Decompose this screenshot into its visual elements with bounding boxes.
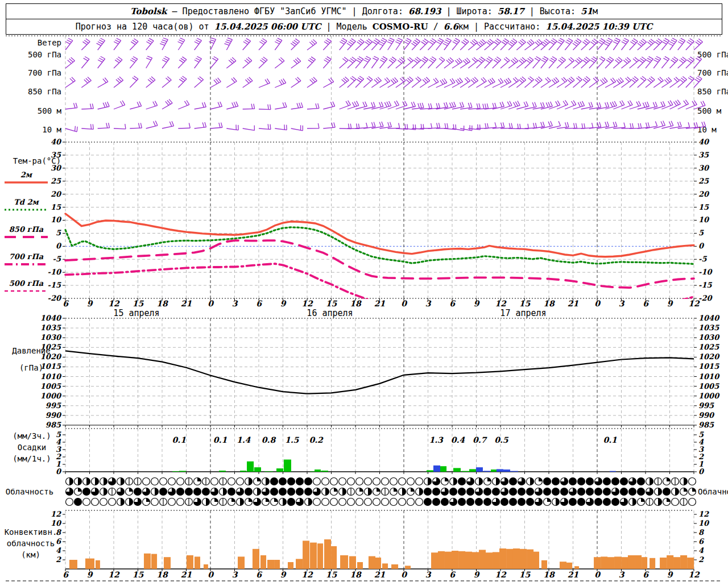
conv-cloud-bar xyxy=(357,562,363,569)
wind-barb-feather xyxy=(392,57,396,60)
temp-curve-t700 xyxy=(65,264,371,301)
wind-barb-feather xyxy=(275,41,279,44)
wind-barb xyxy=(533,102,545,109)
wind-barb-staff xyxy=(549,41,557,50)
wind-barb-feather xyxy=(514,102,516,107)
precip-bar xyxy=(491,469,497,472)
wind-barb xyxy=(604,38,613,50)
wind-barb-staff xyxy=(557,81,567,88)
wind-barb-feather xyxy=(520,124,520,129)
wind-barb xyxy=(581,39,590,50)
pressure-ytick-left: 1010 xyxy=(40,372,62,381)
wind-barb-feather xyxy=(524,102,526,106)
hour-label: 15 xyxy=(133,299,144,308)
wind-barb-feather xyxy=(462,102,464,107)
temp-ytick-right: -5 xyxy=(698,255,707,263)
wind-barb-feather xyxy=(181,78,185,81)
wind-barb-feather xyxy=(613,41,618,44)
wind-barb xyxy=(81,103,93,109)
wind-barb xyxy=(412,77,421,88)
wind-barb-feather xyxy=(180,38,185,40)
wind-barb-feather xyxy=(556,101,559,106)
wind-barb-feather xyxy=(330,102,333,107)
wind-barb-feather xyxy=(232,103,234,107)
cloud-symbol xyxy=(629,488,636,496)
cloud-symbol xyxy=(407,488,415,496)
wind-barb-feather xyxy=(181,59,185,61)
cloud-full xyxy=(305,488,312,496)
cloud-symbol xyxy=(399,498,406,506)
temperature-panel: 40403535303025252020151510105500-5-5-10-… xyxy=(5,138,713,302)
wind-barb-feather xyxy=(380,41,384,44)
wind-barb-feather xyxy=(543,58,547,60)
conv-cloud-bar xyxy=(391,564,398,569)
precip-3h-sum: 1.4 xyxy=(237,435,251,444)
pressure-ytick-left: 1040 xyxy=(40,314,62,322)
wind-barb xyxy=(460,58,470,68)
wind-barb-feather xyxy=(219,123,220,128)
wind-barb-feather xyxy=(478,60,482,63)
cloud-symbol xyxy=(433,478,440,485)
wind-barb-feather xyxy=(243,41,248,44)
cloud-full xyxy=(612,498,619,506)
precip-bar xyxy=(483,471,490,472)
wind-barb-staff xyxy=(291,107,303,109)
wind-barb xyxy=(557,122,569,128)
wind-barb-feather xyxy=(485,123,486,128)
wind-barb-staff xyxy=(508,41,517,50)
temp-ytick-right: -10 xyxy=(698,268,713,276)
wind-barb xyxy=(500,39,509,50)
meteogram-chart: Ветер500 гПа500 гПа700 гПа700 гПа850 гПа… xyxy=(0,0,728,582)
wind-barb xyxy=(98,102,109,109)
wind-barb-staff xyxy=(98,82,108,88)
wind-barb-feather xyxy=(316,103,317,109)
wind-barb xyxy=(661,77,672,88)
cloud-full xyxy=(271,478,278,485)
wind-barb xyxy=(638,76,646,88)
wind-barb-feather xyxy=(254,104,255,109)
cloud-symbol xyxy=(569,498,577,506)
wind-barb xyxy=(291,39,299,50)
wind-barb-feather xyxy=(327,57,332,60)
wind-barb xyxy=(307,123,319,128)
wind-barb-feather xyxy=(573,101,576,105)
cloud-symbol xyxy=(66,498,73,506)
wind-barb-feather xyxy=(530,57,533,60)
cloud-symbol xyxy=(433,488,440,496)
wind-barb-feather xyxy=(682,57,686,60)
wind-barb xyxy=(243,39,251,50)
wind-barb-feather xyxy=(356,60,361,63)
wind-barb-staff xyxy=(396,40,403,50)
temp-ytick-left: -20 xyxy=(48,294,62,302)
wind-barb-feather xyxy=(615,38,620,40)
wind-barb-staff xyxy=(686,41,694,50)
wind-barb-feather xyxy=(333,102,335,106)
wind-barb-feather xyxy=(574,41,578,44)
wind-barb-feather xyxy=(146,58,151,60)
wind-barb-staff xyxy=(589,42,598,50)
wind-barb xyxy=(363,39,372,50)
wind-barb-feather xyxy=(365,41,369,44)
cloud-symbol xyxy=(689,478,696,485)
date-label: 15 апреля xyxy=(113,308,159,318)
wind-barb-feather xyxy=(371,102,373,107)
wind-barb-staff xyxy=(565,61,574,68)
cloud-symbol xyxy=(305,478,312,485)
cloud-symbol xyxy=(586,478,594,485)
wind-barb xyxy=(678,38,685,50)
wind-barb-feather xyxy=(452,102,453,107)
wind-barb-staff xyxy=(605,60,614,68)
wind-level-label-right: 500 гПа xyxy=(697,50,728,59)
wind-barb-staff xyxy=(678,60,686,68)
wind-barb-staff xyxy=(259,109,271,110)
cloud-half xyxy=(453,478,457,485)
wind-barb xyxy=(162,99,172,109)
wind-barb-feather xyxy=(653,60,658,62)
wind-barb-feather xyxy=(77,127,77,132)
precip-bar xyxy=(315,469,321,472)
precip-bar xyxy=(264,471,273,472)
wind-barb-feather xyxy=(509,123,510,128)
wind-barb-staff xyxy=(259,128,271,130)
wind-barb xyxy=(420,39,428,50)
wind-barb-feather xyxy=(195,60,199,62)
